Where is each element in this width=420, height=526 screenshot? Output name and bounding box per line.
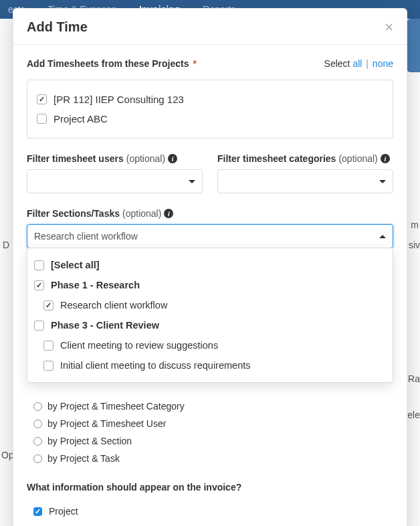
filter-categories-label: Filter timesheet categories (optional) i: [217, 153, 393, 164]
radio-option[interactable]: by Project & Timesheet Category: [33, 398, 393, 415]
radio-button[interactable]: [33, 454, 42, 463]
section-option[interactable]: Phase 3 - Client Review: [34, 315, 386, 335]
modal-title: Add Time: [27, 19, 88, 35]
filter-users-dropdown[interactable]: [27, 169, 203, 193]
project-checkbox[interactable]: [37, 114, 47, 124]
section-checkbox[interactable]: [34, 321, 44, 331]
section-option[interactable]: Phase 1 - Research: [34, 275, 386, 295]
section-label: Phase 1 - Research: [51, 280, 140, 290]
radio-button[interactable]: [33, 420, 42, 428]
info-check-row[interactable]: Project: [33, 502, 393, 521]
close-button[interactable]: ×: [385, 20, 393, 35]
project-label: Project ABC: [54, 113, 108, 124]
section-label: Phase 3 - Client Review: [51, 320, 159, 331]
required-asterisk: *: [193, 58, 196, 69]
section-option[interactable]: Initial client meeting to discuss requir…: [34, 355, 386, 375]
select-links: Select all | none: [324, 58, 393, 69]
filter-users-label: Filter timesheet users (optional) i: [27, 153, 203, 164]
dropdown-value: Research client workflow: [34, 231, 138, 242]
sections-dropdown-panel: [Select all] Phase 1 - Research Research…: [27, 248, 393, 383]
section-label: Research client workflow: [60, 300, 167, 311]
modal-body: Add Timesheets from these Projects * Sel…: [13, 45, 407, 526]
info-icon[interactable]: i: [381, 154, 390, 163]
radio-option[interactable]: by Project & Section: [33, 432, 393, 450]
radio-button[interactable]: [33, 437, 42, 446]
radio-label: by Project & Timesheet Category: [47, 401, 185, 412]
filter-sections-text: Filter Sections/Tasks: [27, 208, 120, 219]
radio-label: by Project & Timesheet User: [47, 418, 166, 429]
optional-text: (optional): [338, 153, 377, 164]
info-check-label: Project: [49, 506, 78, 517]
project-checkbox[interactable]: [37, 94, 47, 104]
filter-users-text: Filter timesheet users: [27, 153, 124, 164]
projects-label: Add Timesheets from these Projects *: [27, 58, 197, 69]
info-checkbox[interactable]: [33, 507, 42, 516]
info-icon[interactable]: i: [164, 209, 173, 218]
select-all-link[interactable]: all: [352, 58, 362, 69]
section-checkbox[interactable]: [43, 300, 54, 311]
filter-categories-dropdown[interactable]: [217, 169, 393, 193]
filter-sections-dropdown[interactable]: Research client workflow: [27, 224, 393, 248]
section-label: Client meeting to review suggestions: [60, 340, 218, 351]
project-row[interactable]: [PR 112] IIEP Consulting 123: [37, 90, 383, 109]
project-label: [PR 112] IIEP Consulting 123: [54, 94, 184, 105]
chevron-down-icon: [189, 180, 195, 183]
section-checkbox[interactable]: [34, 280, 44, 290]
section-option[interactable]: Research client workflow: [34, 295, 386, 315]
radio-label: by Project & Section: [47, 436, 132, 446]
separator: |: [366, 58, 369, 69]
select-none-link[interactable]: none: [373, 58, 393, 69]
grouping-radio-group: by Project & Timesheet Category by Proje…: [27, 398, 393, 467]
projects-box: [PR 112] IIEP Consulting 123 Project ABC: [27, 80, 393, 139]
section-label: [Select all]: [51, 260, 100, 270]
radio-button[interactable]: [33, 402, 42, 411]
projects-label-text: Add Timesheets from these Projects: [27, 58, 189, 69]
section-option[interactable]: [Select all]: [34, 255, 386, 275]
chevron-down-icon: [379, 180, 386, 183]
section-checkbox[interactable]: [34, 260, 44, 270]
section-label: Initial client meeting to discuss requir…: [60, 360, 251, 371]
info-question: What information should appear on the in…: [27, 482, 393, 493]
add-time-modal: Add Time × Add Timesheets from these Pro…: [13, 8, 407, 526]
filter-categories-text: Filter timesheet categories: [217, 153, 336, 164]
project-row[interactable]: Project ABC: [37, 109, 383, 128]
info-icon[interactable]: i: [168, 154, 177, 163]
section-checkbox[interactable]: [43, 341, 54, 351]
modal-header: Add Time ×: [13, 9, 407, 45]
modal-overlay: Add Time × Add Timesheets from these Pro…: [0, 0, 420, 526]
filter-sections-label: Filter Sections/Tasks (optional) i: [27, 208, 393, 219]
optional-text: (optional): [126, 153, 165, 164]
select-text: Select: [324, 58, 350, 69]
optional-text: (optional): [122, 208, 161, 219]
radio-label: by Project & Task: [47, 453, 120, 464]
section-checkbox[interactable]: [43, 361, 54, 371]
section-option[interactable]: Client meeting to review suggestions: [34, 335, 386, 355]
radio-option[interactable]: by Project & Timesheet User: [33, 415, 393, 432]
radio-option[interactable]: by Project & Task: [33, 450, 393, 467]
chevron-up-icon: [379, 235, 386, 238]
